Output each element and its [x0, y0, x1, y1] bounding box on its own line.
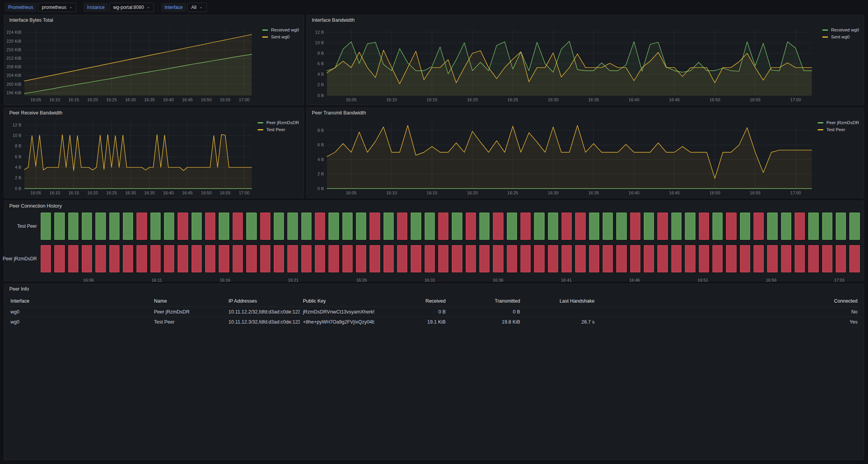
x-axis-tick-label: 16:50: [201, 97, 212, 102]
y-axis-tick-label: 10 B: [315, 40, 324, 45]
history-state-cell: [616, 213, 626, 240]
timeseries-chart[interactable]: 0 B2 B4 B6 B8 B10 B12 B16:0516:1016:1516…: [7, 118, 254, 196]
table-cell: wg0: [7, 317, 151, 327]
x-axis-tick-label: 16:50: [709, 190, 720, 195]
var-select-interface[interactable]: All ⌄: [187, 3, 207, 12]
history-state-cell: [726, 213, 736, 240]
history-state-cell: [493, 213, 503, 240]
table-column-header[interactable]: Received: [374, 296, 449, 307]
y-axis-tick-label: 4 B: [317, 157, 324, 162]
y-axis-tick-label: 4 B: [15, 165, 21, 170]
table-column-header[interactable]: Last Handshake: [523, 296, 598, 307]
timeseries-chart[interactable]: 0 B2 B4 B6 B8 B16:0516:1016:1516:2016:25…: [309, 118, 814, 196]
x-axis-tick-label: 16:40: [629, 190, 640, 195]
history-state-cell: [795, 213, 805, 240]
var-select-datasource[interactable]: prometheus ⌄: [38, 3, 77, 12]
chart-canvas[interactable]: 0 B2 B4 B6 B8 B10 B12 B16:0516:1016:1516…: [7, 118, 254, 196]
x-axis-tick-label: 16:50: [709, 97, 720, 102]
x-axis-tick-label: 16:56: [766, 278, 777, 282]
history-state-cell: [767, 213, 777, 240]
history-state-cell: [274, 245, 284, 272]
x-axis-tick-label: 16:25: [106, 97, 117, 102]
x-axis-tick-label: 16:40: [629, 97, 640, 102]
y-axis-tick-label: 6 B: [15, 154, 21, 159]
panel-title[interactable]: Peer Info: [4, 284, 864, 294]
history-state-cell: [712, 245, 723, 272]
table-column-header[interactable]: Name: [151, 296, 225, 307]
legend-item[interactable]: Test Peer: [818, 127, 846, 132]
legend-label: Sent wg0: [271, 35, 290, 39]
history-state-cell: [534, 213, 544, 240]
peer-info-table-wrap: InterfaceNameIP AddressesPublic KeyRecei…: [7, 296, 861, 327]
legend-item[interactable]: Sent wg0: [262, 35, 290, 39]
chevron-down-icon: ⌄: [147, 5, 150, 8]
history-state-cell: [384, 245, 394, 272]
var-value-instance: wg-portal:8080: [113, 5, 144, 10]
legend: Peer jRzmDsDRTest Peer: [818, 120, 859, 132]
x-axis-tick-label: 16:45: [669, 190, 680, 195]
history-state-cell: [685, 245, 695, 272]
x-axis-tick-label: 16:35: [588, 97, 599, 102]
series-color-swatch: [822, 29, 828, 31]
legend-item[interactable]: Received wg0: [822, 28, 859, 32]
legend-item[interactable]: Received wg0: [262, 28, 299, 32]
history-state-cell: [562, 245, 572, 272]
history-state-cell: [109, 213, 119, 240]
history-state-cell: [616, 245, 626, 272]
panel-title[interactable]: Interface Bytes Total: [4, 15, 304, 25]
var-label-instance: Instance: [83, 3, 108, 12]
table-column-header[interactable]: Interface: [7, 296, 151, 307]
panel-title[interactable]: Interface Bandwidth: [307, 15, 864, 25]
var-group-interface: Interface All ⌄: [161, 3, 206, 12]
table-column-header[interactable]: Transmitted: [449, 296, 523, 307]
x-axis-tick-label: 17:00: [790, 190, 801, 195]
legend-item[interactable]: Peer jRzmDsDR: [258, 120, 299, 125]
history-state-cell: [822, 213, 832, 240]
history-state-cell: [685, 213, 695, 240]
x-axis-tick-label: 16:25: [507, 97, 518, 102]
chart-canvas[interactable]: 196 KiB200 KiB204 KiB208 KiB212 KiB216 K…: [7, 25, 254, 103]
y-axis-tick-label: 224 KiB: [7, 30, 21, 35]
history-state-cell: [384, 213, 394, 240]
chart-canvas[interactable]: 0 B2 B4 B6 B8 B10 B12 B16:0516:1016:1516…: [309, 25, 814, 103]
x-axis-tick-label: 16:15: [427, 190, 437, 195]
panel-title[interactable]: Peer Receive Bandwidth: [4, 108, 304, 118]
history-state-cell: [301, 245, 311, 272]
x-axis-tick-label: 16:51: [697, 278, 708, 282]
x-axis-tick-label: 17:00: [239, 97, 250, 102]
history-state-cell: [150, 245, 161, 272]
y-axis-tick-label: 6 B: [317, 142, 324, 147]
x-axis-tick-label: 16:55: [750, 190, 761, 195]
legend-item[interactable]: Test Peer: [258, 127, 285, 132]
history-state-cell: [342, 245, 353, 272]
x-axis-tick-label: 16:36: [493, 278, 503, 282]
history-state-cell: [849, 245, 859, 272]
history-state-cell: [397, 245, 407, 272]
history-state-cell: [520, 245, 531, 272]
chevron-down-icon: ⌄: [199, 5, 202, 8]
chart-canvas[interactable]: 0 B2 B4 B6 B8 B16:0516:1016:1516:2016:25…: [309, 118, 814, 196]
table-row: wg0Peer jRzmDsDR10.11.12.2/32,fdfd:d3ad:…: [7, 307, 861, 317]
var-select-instance[interactable]: wg-portal:8080 ⌄: [109, 3, 154, 12]
y-axis-tick-label: 8 B: [15, 144, 21, 148]
history-state-cell: [41, 213, 51, 240]
table-column-header[interactable]: Public Key: [300, 296, 374, 307]
panel-title[interactable]: Peer Connection History: [4, 201, 864, 211]
history-row-label: Test Peer: [7, 213, 41, 240]
panel-interface-bytes-total: Interface Bytes Total 196 KiB200 KiB204 …: [4, 15, 304, 105]
legend-item[interactable]: Peer jRzmDsDR: [818, 120, 859, 125]
timeseries-chart[interactable]: 196 KiB200 KiB204 KiB208 KiB212 KiB216 K…: [7, 25, 254, 103]
timeseries-chart[interactable]: 0 B2 B4 B6 B8 B10 B12 B16:0516:1016:1516…: [309, 25, 814, 103]
table-column-header[interactable]: IP Addresses: [225, 296, 300, 307]
history-state-cell: [740, 245, 750, 272]
legend-label: Peer jRzmDsDR: [266, 120, 299, 125]
history-state-cell: [233, 245, 243, 272]
history-row: Peer jRzmDsDR: [7, 245, 860, 272]
panel-title[interactable]: Peer Transmit Bandwidth: [307, 108, 864, 118]
table-column-header[interactable]: Connected: [598, 296, 861, 307]
history-state-cell: [233, 213, 243, 240]
x-axis-tick-label: 16:11: [152, 278, 162, 282]
history-state-cell: [699, 213, 709, 240]
legend-item[interactable]: Sent wg0: [822, 35, 850, 39]
chevron-down-icon: ⌄: [69, 5, 73, 8]
